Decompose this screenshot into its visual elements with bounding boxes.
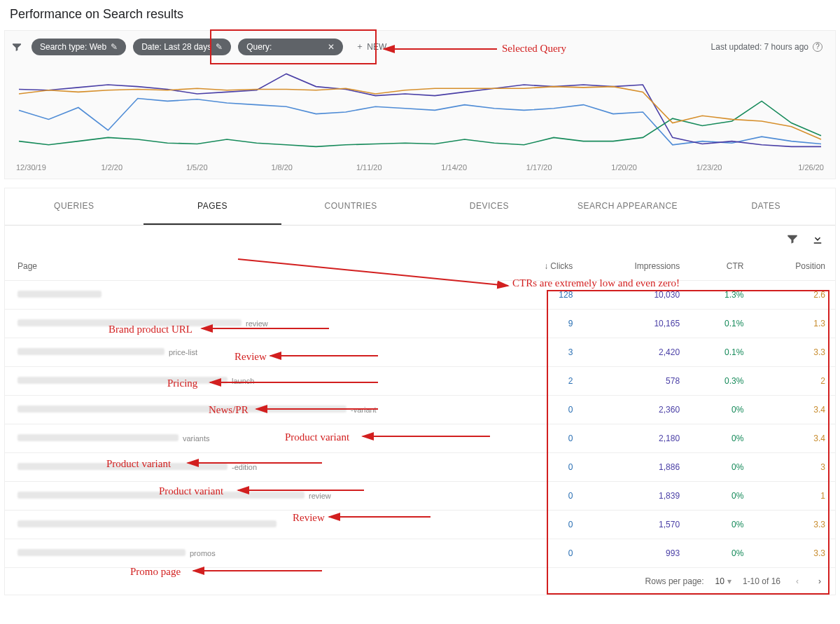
x-tick: 12/30/19 xyxy=(16,163,101,172)
series-ctr xyxy=(19,101,821,146)
cell-position: 2 xyxy=(753,367,835,396)
table-row[interactable]: review01,8390%1 xyxy=(5,482,835,511)
cell-position: 3.3 xyxy=(753,539,835,568)
table-row[interactable]: promos09930%3.3 xyxy=(5,539,835,568)
x-tick: 1/8/20 xyxy=(271,163,356,172)
table-row[interactable]: review910,1650.1%1.3 xyxy=(5,310,835,338)
table-row[interactable]: 12810,0301.3%2.6 xyxy=(5,281,835,310)
cell-ctr: 0.3% xyxy=(690,367,753,396)
url-suffix: launch xyxy=(232,377,254,385)
cell-impressions: 578 xyxy=(582,367,690,396)
x-tick: 1/11/20 xyxy=(356,163,441,172)
chip-label: Search type: Web xyxy=(40,42,106,52)
cell-ctr: 0% xyxy=(690,511,753,539)
cell-impressions: 1,570 xyxy=(582,511,690,539)
cell-ctr: 0% xyxy=(690,539,753,568)
table-row[interactable]: -variant02,3600%3.4 xyxy=(5,396,835,424)
col-clicks-label: Clicks xyxy=(550,261,573,271)
performance-panel: Search type: Web ✎ Date: Last 28 days ✎ … xyxy=(4,30,836,179)
cell-position: 1 xyxy=(753,482,835,511)
cell-clicks: 2 xyxy=(503,367,583,396)
prev-page-button[interactable]: ‹ xyxy=(792,576,803,586)
tab-queries[interactable]: QUERIES xyxy=(5,188,144,225)
cell-clicks: 0 xyxy=(503,453,583,482)
table-row[interactable]: launch25780.3%2 xyxy=(5,367,835,396)
add-filter-button[interactable]: ＋ NEW xyxy=(350,38,392,55)
page-range: 1-10 of 16 xyxy=(743,576,780,586)
chip-search-type[interactable]: Search type: Web ✎ xyxy=(31,39,126,55)
table-row[interactable]: variants02,1800%3.4 xyxy=(5,424,835,453)
performance-chart: 12/30/191/2/201/5/201/8/201/11/201/14/20… xyxy=(5,62,835,179)
pages-table: Page ↓Clicks Impressions CTR Position 12… xyxy=(5,252,835,568)
breakdown-tabs: QUERIESPAGESCOUNTRIESDEVICESSEARCH APPEA… xyxy=(5,188,835,226)
cell-position: 3.4 xyxy=(753,424,835,453)
url-suffix: review xyxy=(246,319,268,328)
cell-clicks: 128 xyxy=(503,281,583,310)
chip-query[interactable]: Query: ✕ xyxy=(238,39,343,55)
download-icon[interactable] xyxy=(811,233,824,248)
cell-clicks: 9 xyxy=(503,310,583,338)
rows-per-page-value: 10 xyxy=(715,576,724,586)
help-icon[interactable]: ? xyxy=(813,42,822,52)
rows-per-page-select[interactable]: 10 ▾ xyxy=(715,576,732,586)
table-row[interactable]: price-list32,4200.1%3.3 xyxy=(5,338,835,367)
cell-impressions: 1,839 xyxy=(582,482,690,511)
sort-desc-icon: ↓ xyxy=(544,261,548,271)
cell-impressions: 10,030 xyxy=(582,281,690,310)
cell-ctr: 0% xyxy=(690,482,753,511)
tab-devices[interactable]: DEVICES xyxy=(420,188,559,225)
cell-clicks: 0 xyxy=(503,396,583,424)
url-suffix: -edition xyxy=(232,463,257,471)
cell-impressions: 2,420 xyxy=(582,338,690,367)
cell-impressions: 1,886 xyxy=(582,453,690,482)
x-tick: 1/5/20 xyxy=(186,163,271,172)
filter-rows-icon[interactable] xyxy=(786,233,799,248)
cell-impressions: 2,180 xyxy=(582,424,690,453)
tab-countries[interactable]: COUNTRIES xyxy=(281,188,420,225)
col-position[interactable]: Position xyxy=(753,252,835,281)
url-suffix: price-list xyxy=(169,348,197,356)
col-impressions[interactable]: Impressions xyxy=(582,252,690,281)
table-row[interactable]: 01,5700%3.3 xyxy=(5,511,835,539)
pencil-icon: ✎ xyxy=(216,42,223,52)
cell-position: 3 xyxy=(753,453,835,482)
x-tick: 1/17/20 xyxy=(526,163,611,172)
chip-label: Date: Last 28 days xyxy=(141,42,211,52)
table-toolbar xyxy=(5,226,835,252)
cell-impressions: 2,360 xyxy=(582,396,690,424)
tab-search-appearance[interactable]: SEARCH APPEARANCE xyxy=(559,188,697,225)
chevron-down-icon: ▾ xyxy=(727,576,732,586)
rows-per-page-label: Rows per page: xyxy=(645,576,704,586)
plus-icon: ＋ xyxy=(356,41,364,53)
cell-clicks: 0 xyxy=(503,424,583,453)
paginator: Rows per page: 10 ▾ 1-10 of 16 ‹ › xyxy=(5,568,835,595)
col-page[interactable]: Page xyxy=(5,252,503,281)
series-impressions xyxy=(19,74,821,146)
breakdown-card: QUERIESPAGESCOUNTRIESDEVICESSEARCH APPEA… xyxy=(4,188,836,595)
cell-ctr: 0% xyxy=(690,453,753,482)
cell-impressions: 993 xyxy=(582,539,690,568)
cell-clicks: 0 xyxy=(503,539,583,568)
chart-x-axis: 12/30/191/2/201/5/201/8/201/11/201/14/20… xyxy=(12,160,828,179)
cell-ctr: 0.1% xyxy=(690,338,753,367)
col-ctr[interactable]: CTR xyxy=(690,252,753,281)
url-suffix: promos xyxy=(190,549,216,557)
cell-ctr: 0.1% xyxy=(690,310,753,338)
page-title: Performance on Search results xyxy=(0,0,840,30)
chip-date-range[interactable]: Date: Last 28 days ✎ xyxy=(133,39,231,55)
tab-dates[interactable]: DATES xyxy=(696,188,835,225)
tab-pages[interactable]: PAGES xyxy=(144,188,282,225)
chip-label: Query: xyxy=(246,42,272,52)
cell-position: 3.3 xyxy=(753,338,835,367)
last-updated-text: Last updated: 7 hours ago xyxy=(711,42,808,52)
cell-clicks: 0 xyxy=(503,511,583,539)
next-page-button[interactable]: › xyxy=(814,576,825,586)
filter-icon[interactable] xyxy=(9,41,24,53)
pencil-icon: ✎ xyxy=(111,42,118,52)
table-row[interactable]: -edition01,8860%3 xyxy=(5,453,835,482)
x-tick: 1/23/20 xyxy=(696,163,781,172)
filter-bar: Search type: Web ✎ Date: Last 28 days ✎ … xyxy=(5,31,835,62)
close-icon[interactable]: ✕ xyxy=(328,42,335,52)
col-clicks[interactable]: ↓Clicks xyxy=(503,252,583,281)
last-updated: Last updated: 7 hours ago ? xyxy=(711,42,828,52)
